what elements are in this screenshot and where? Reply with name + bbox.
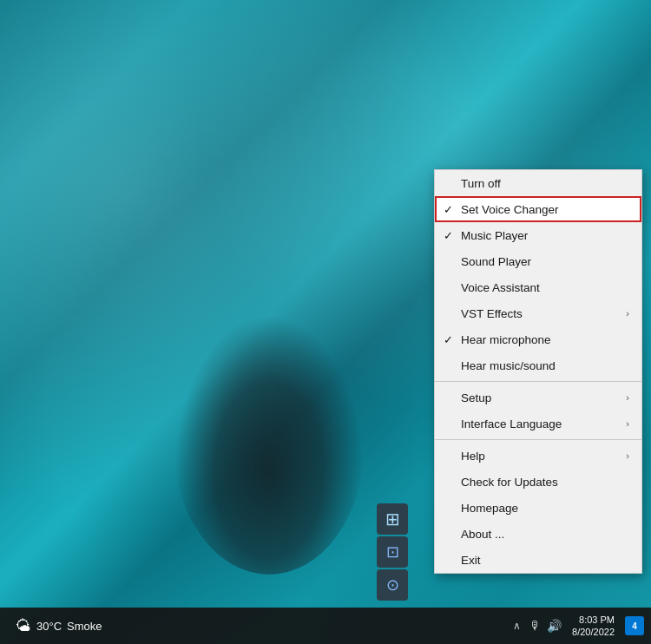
menu-item-voice-assistant[interactable]: Voice Assistant <box>435 274 641 300</box>
menu-label-homepage: Homepage <box>461 502 629 515</box>
menu-item-interface-language[interactable]: Interface Language› <box>435 411 641 437</box>
weather-icon: 🌤 <box>16 617 31 635</box>
menu-label-voice-assistant: Voice Assistant <box>461 281 629 294</box>
menu-label-help: Help <box>461 450 626 463</box>
system-tray: ∧ 🎙 🔊 <box>510 618 562 634</box>
menu-item-check-for-updates[interactable]: Check for Updates <box>435 469 641 495</box>
show-hidden-icons-button[interactable]: ∧ <box>510 618 524 634</box>
date-display: 8/20/2022 <box>572 626 615 638</box>
menu-label-interface-language: Interface Language <box>461 417 626 430</box>
menu-separator <box>435 439 641 440</box>
menu-item-about[interactable]: About ... <box>435 521 641 547</box>
menu-arrow-interface-language: › <box>626 418 629 429</box>
menu-label-hear-microphone: Hear microphone <box>461 333 629 346</box>
weather-area: 🌤 30°C Smoke <box>7 617 111 635</box>
tray-icon-2[interactable]: ⊡ <box>377 536 408 568</box>
menu-item-set-voice-changer[interactable]: ✓Set Voice Changer <box>435 196 641 222</box>
menu-label-vst-effects: VST Effects <box>461 307 626 320</box>
menu-check-music-player: ✓ <box>444 229 461 242</box>
clock-area[interactable]: 8:03 PM 8/20/2022 <box>565 614 621 639</box>
taskbar: 🌤 30°C Smoke ∧ 🎙 🔊 8:03 PM 8/20/2022 4 <box>0 608 651 644</box>
menu-item-turn-off[interactable]: Turn off <box>435 170 641 196</box>
menu-label-hear-music-sound: Hear music/sound <box>461 359 629 372</box>
tray-icon-3[interactable]: ⊙ <box>377 569 408 601</box>
menu-separator <box>435 381 641 382</box>
taskbar-left: 🌤 30°C Smoke <box>0 617 510 635</box>
menu-item-vst-effects[interactable]: VST Effects› <box>435 300 641 326</box>
tray-icons-area: ⊞ ⊡ ⊙ <box>377 503 408 601</box>
condition: Smoke <box>67 620 102 633</box>
notification-button[interactable]: 4 <box>625 616 644 635</box>
menu-label-sound-player: Sound Player <box>461 255 629 268</box>
menu-label-set-voice-changer: Set Voice Changer <box>461 203 629 216</box>
menu-arrow-vst-effects: › <box>626 308 629 319</box>
menu-label-music-player: Music Player <box>461 229 629 242</box>
taskbar-right: ∧ 🎙 🔊 8:03 PM 8/20/2022 4 <box>510 614 651 639</box>
menu-check-hear-microphone: ✓ <box>444 333 461 346</box>
menu-item-hear-microphone[interactable]: ✓Hear microphone <box>435 326 641 352</box>
menu-item-homepage[interactable]: Homepage <box>435 495 641 521</box>
menu-check-set-voice-changer: ✓ <box>444 203 461 216</box>
menu-arrow-help: › <box>626 450 629 461</box>
menu-label-exit: Exit <box>461 554 629 567</box>
menu-arrow-setup: › <box>626 392 629 403</box>
volume-icon: 🔊 <box>547 619 562 633</box>
temperature: 30°C <box>36 620 62 633</box>
elephant-silhouette <box>174 314 365 575</box>
menu-item-music-player[interactable]: ✓Music Player <box>435 222 641 248</box>
time-display: 8:03 PM <box>572 614 615 626</box>
context-menu: Turn off✓Set Voice Changer✓Music PlayerS… <box>434 169 642 574</box>
menu-item-exit[interactable]: Exit <box>435 547 641 573</box>
microphone-icon: 🎙 <box>529 619 542 633</box>
menu-label-about: About ... <box>461 528 629 541</box>
menu-item-sound-player[interactable]: Sound Player <box>435 248 641 274</box>
menu-item-setup[interactable]: Setup› <box>435 384 641 411</box>
menu-item-hear-music-sound[interactable]: Hear music/sound <box>435 352 641 378</box>
menu-label-check-for-updates: Check for Updates <box>461 476 629 489</box>
menu-label-setup: Setup <box>461 391 626 404</box>
tray-icon-1[interactable]: ⊞ <box>377 503 408 535</box>
menu-item-help[interactable]: Help› <box>435 443 641 469</box>
menu-label-turn-off: Turn off <box>461 177 629 190</box>
